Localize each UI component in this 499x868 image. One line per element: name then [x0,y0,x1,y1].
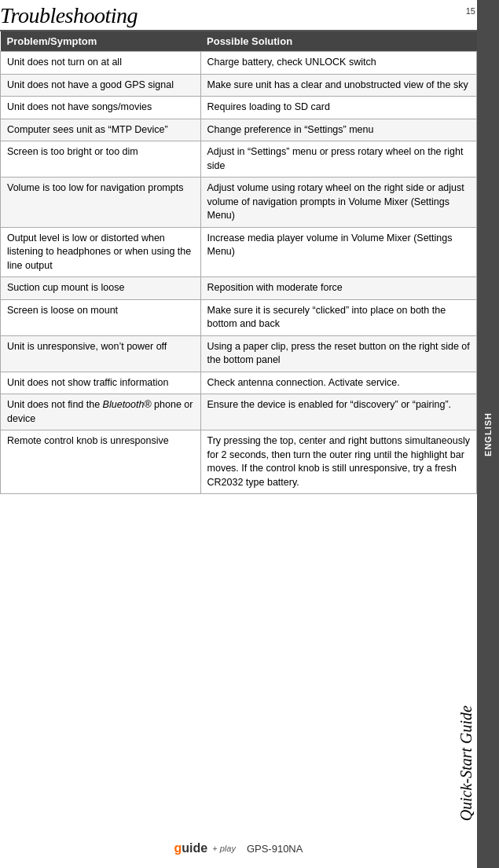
solution-cell: Requires loading to SD card [200,97,476,119]
page-title: Troubleshooting [0,3,477,28]
page-number-top: 15 [466,6,475,16]
problem-cell: Unit is unresponsive, won’t power off [1,335,201,372]
guide-g: g [174,841,182,855]
guide-brand: gguideuide [174,841,208,855]
table-row: Computer sees unit as “MTP Device”Change… [1,119,477,141]
solution-cell: Make sure unit has a clear and unobstruc… [200,74,476,97]
troubleshooting-table: Problem/Symptom Possible Solution Unit d… [0,31,477,494]
solution-cell: Charge battery, check UNLOCK switch [200,52,476,75]
problem-cell: Unit does not have songs/movies [1,97,201,119]
table-row: Remote control knob is unresponsiveTry p… [1,430,477,494]
bottom-section: gguideuide + play GPS-910NA [0,841,477,855]
problem-cell: Unit does not have a good GPS signal [1,74,201,97]
problem-cell: Computer sees unit as “MTP Device” [1,119,201,141]
title-section: Troubleshooting [0,0,477,31]
problem-cell: Output level is low or distorted when li… [1,227,201,277]
header-problem: Problem/Symptom [1,31,201,52]
problem-cell: Screen is loose on mount [1,299,201,335]
problem-cell: Volume is too low for navigation prompts [1,178,201,228]
solution-cell: Adjust in “Settings” menu or press rotar… [200,141,476,178]
problem-cell: Screen is too bright or too dim [1,141,201,178]
problem-cell: Suction cup mount is loose [1,277,201,300]
page-container: Troubleshooting Problem/Symptom Possible… [0,0,499,868]
sidebar-english-label: ENGLISH [483,412,493,456]
table-row: Screen is too bright or too dimAdjust in… [1,141,477,178]
table-row: Suction cup mount is looseReposition wit… [1,277,477,300]
problem-cell: Remote control knob is unresponsive [1,430,201,494]
solution-cell: Try pressing the top, center and right b… [200,430,476,494]
header-solution: Possible Solution [200,31,476,52]
solution-cell: Ensure the device is enabled for “discov… [200,394,476,430]
table-row: Volume is too low for navigation prompts… [1,178,477,228]
solution-cell: Check antenna connection. Activate servi… [200,372,476,394]
plus-play-text: + play [212,844,236,853]
solution-cell: Adjust volume using rotary wheel on the … [200,178,476,228]
solution-cell: Increase media player volume in Volume M… [200,227,476,277]
table-row: Unit does not show traffic informationCh… [1,372,477,394]
main-content: Troubleshooting Problem/Symptom Possible… [0,0,499,868]
table-row: Screen is loose on mountMake sure it is … [1,299,477,335]
table-row: Output level is low or distorted when li… [1,227,477,277]
solution-cell: Reposition with moderate force [200,277,476,300]
problem-cell: Unit does not show traffic information [1,372,201,394]
table-row: Unit is unresponsive, won’t power offUsi… [1,335,477,372]
sidebar-inner: ENGLISH [477,0,499,868]
brand-logo: gguideuide + play GPS-910NA [174,841,303,855]
model-number: GPS-910NA [247,843,303,855]
quick-start-guide-label: Quick-Start Guide [457,705,475,821]
table-row: Unit does not have songs/moviesRequires … [1,97,477,119]
solution-cell: Using a paper clip, press the reset butt… [200,335,476,372]
solution-cell: Change preference in “Settings” menu [200,119,476,141]
problem-cell: Unit does not turn on at all [1,52,201,75]
table-row: Unit does not turn on at allCharge batte… [1,52,477,75]
table-row: Unit does not have a good GPS signalMake… [1,74,477,97]
right-sidebar: ENGLISH [477,0,499,868]
table-row: Unit does not find the Bluetooth® phone … [1,394,477,430]
solution-cell: Make sure it is securely “clicked” into … [200,299,476,335]
table-header-row: Problem/Symptom Possible Solution [1,31,477,52]
problem-cell: Unit does not find the Bluetooth® phone … [1,394,201,430]
